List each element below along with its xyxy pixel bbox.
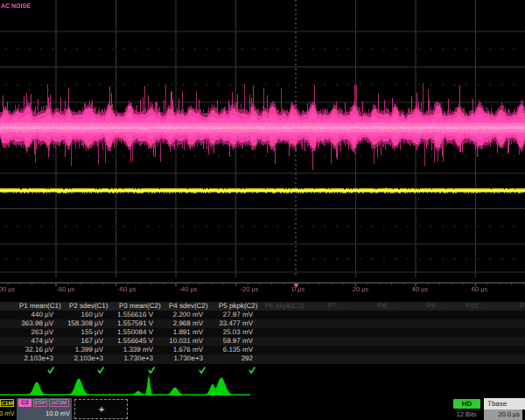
svg-text:0 µs: 0 µs	[292, 285, 305, 293]
svg-text:40 µs: 40 µs	[412, 285, 429, 293]
svg-text:00 µs: 00 µs	[0, 285, 15, 293]
svg-text:AC NOISE: AC NOISE	[1, 4, 31, 10]
svg-text:60 µs: 60 µs	[472, 285, 488, 293]
svg-text:-40 µs: -40 µs	[179, 285, 198, 293]
svg-text:20 µs: 20 µs	[353, 285, 369, 293]
svg-text:-60 µs: -60 µs	[118, 285, 136, 293]
svg-text:-20 µs: -20 µs	[241, 285, 259, 293]
svg-text:-80 µs: -80 µs	[57, 285, 75, 293]
